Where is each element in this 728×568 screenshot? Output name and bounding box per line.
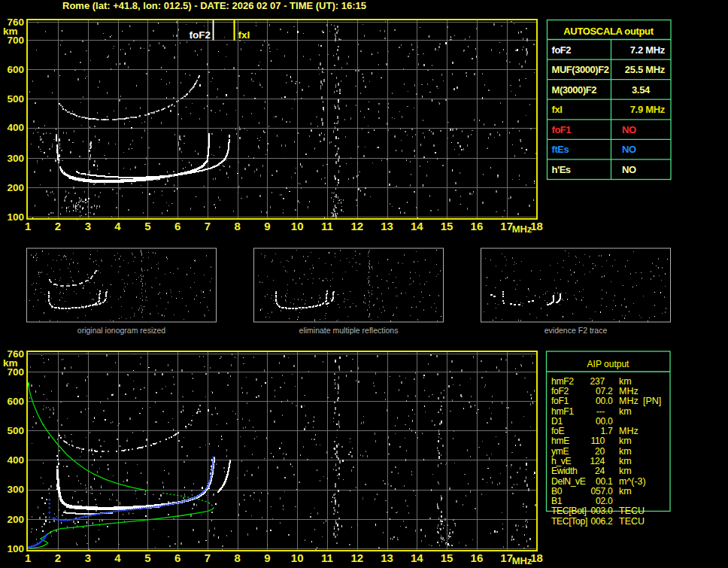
svg-text:NO: NO: [622, 124, 636, 135]
svg-text:6: 6: [174, 220, 180, 232]
svg-text:foF2: foF2: [551, 386, 569, 396]
svg-text:15: 15: [441, 551, 453, 564]
svg-text:2: 2: [55, 551, 61, 564]
svg-text:3.54: 3.54: [632, 84, 651, 96]
svg-text:km: km: [619, 486, 632, 497]
svg-text:B0: B0: [551, 486, 563, 497]
svg-text:AIP output: AIP output: [587, 359, 629, 369]
svg-text:17: 17: [500, 220, 513, 232]
svg-text:TECU: TECU: [619, 506, 645, 516]
svg-text:8: 8: [235, 220, 241, 232]
svg-text:200: 200: [7, 182, 24, 193]
svg-text:057.0: 057.0: [591, 486, 614, 497]
svg-text:110: 110: [590, 436, 605, 446]
svg-text:5: 5: [144, 220, 150, 232]
svg-text:MHz: MHz: [512, 555, 532, 566]
svg-text:15: 15: [441, 220, 453, 232]
svg-text:foF2: foF2: [552, 44, 572, 56]
svg-text:14: 14: [411, 220, 423, 232]
svg-text:124: 124: [590, 456, 605, 466]
svg-text:11: 11: [321, 551, 333, 564]
svg-text:1: 1: [25, 551, 31, 564]
svg-text:18: 18: [530, 551, 543, 564]
svg-text:evidence F2 trace: evidence F2 trace: [544, 326, 608, 335]
svg-text:3: 3: [85, 551, 91, 564]
svg-text:300: 300: [7, 484, 24, 495]
svg-text:7.9 MHz: 7.9 MHz: [630, 104, 666, 115]
svg-text:TEC[Top]: TEC[Top]: [551, 516, 587, 527]
svg-text:h_vE: h_vE: [551, 456, 572, 466]
svg-text:hmE: hmE: [551, 436, 569, 446]
svg-text:km: km: [619, 436, 632, 446]
svg-text:00.0: 00.0: [596, 416, 613, 427]
svg-text:DelN_vE: DelN_vE: [551, 476, 586, 487]
svg-text:17: 17: [500, 551, 513, 564]
svg-text:16: 16: [471, 551, 484, 564]
svg-text:MHz: MHz: [619, 396, 639, 406]
svg-text:Rome (lat: +41.8, lon: 012.5): Rome (lat: +41.8, lon: 012.5) - DATE: 20…: [62, 0, 366, 11]
svg-text:11: 11: [321, 220, 333, 232]
svg-text:13: 13: [381, 551, 393, 564]
svg-text:600: 600: [7, 396, 24, 407]
svg-text:13: 13: [381, 220, 393, 232]
svg-text:km: km: [619, 446, 632, 457]
svg-text:B1: B1: [551, 496, 563, 506]
svg-text:16: 16: [471, 220, 484, 232]
svg-text:100: 100: [7, 543, 24, 554]
svg-text:2: 2: [55, 220, 61, 232]
svg-text:MUF(3000)F2: MUF(3000)F2: [552, 64, 609, 75]
svg-text:25.5 MHz: 25.5 MHz: [625, 64, 666, 75]
svg-text:ftEs: ftEs: [552, 144, 569, 155]
svg-text:10: 10: [291, 551, 304, 564]
svg-text:00.1: 00.1: [596, 476, 613, 487]
svg-text:AUTOSCALA output: AUTOSCALA output: [563, 26, 654, 37]
svg-text:km: km: [619, 376, 632, 387]
svg-text:fxI: fxI: [552, 104, 563, 115]
svg-text:18: 18: [530, 220, 543, 232]
svg-text:12: 12: [350, 551, 363, 564]
svg-text:1.7: 1.7: [600, 426, 613, 436]
svg-text:237: 237: [590, 376, 605, 387]
svg-text:foF2: foF2: [190, 29, 211, 41]
svg-text:hmF1: hmF1: [551, 406, 574, 417]
svg-text:NO: NO: [622, 164, 636, 175]
svg-text:NO: NO: [622, 144, 636, 155]
svg-text:hmF2: hmF2: [551, 376, 574, 387]
svg-text:8: 8: [235, 551, 241, 564]
svg-text:400: 400: [7, 454, 24, 466]
svg-text:MHz: MHz: [512, 223, 532, 235]
svg-text:km: km: [3, 357, 18, 369]
svg-text:500: 500: [7, 93, 24, 105]
svg-text:km: km: [3, 26, 18, 37]
svg-text:006.2: 006.2: [591, 516, 614, 527]
svg-text:MHz: MHz: [619, 386, 639, 396]
svg-text:1: 1: [25, 220, 31, 232]
svg-text:200: 200: [7, 514, 24, 525]
svg-text:MHz: MHz: [619, 426, 639, 436]
svg-text:eliminate multiple reflections: eliminate multiple reflections: [299, 326, 399, 335]
svg-text:foF1: foF1: [551, 396, 569, 406]
svg-text:400: 400: [7, 122, 24, 133]
svg-text:km: km: [619, 456, 632, 466]
svg-text:M(3000)F2: M(3000)F2: [552, 84, 597, 96]
svg-text:foE: foE: [551, 426, 564, 436]
svg-text:12: 12: [350, 220, 363, 232]
svg-text:original ionogram resized: original ionogram resized: [77, 326, 165, 335]
svg-text:---: ---: [596, 406, 605, 417]
svg-text:fxI: fxI: [238, 29, 250, 41]
svg-text:500: 500: [7, 425, 24, 436]
svg-text:TECU: TECU: [619, 516, 645, 527]
svg-text:4: 4: [114, 551, 121, 564]
svg-text:07.2: 07.2: [596, 386, 613, 396]
svg-text:300: 300: [7, 153, 24, 164]
svg-text:km: km: [619, 466, 632, 476]
svg-text:6: 6: [174, 551, 180, 564]
svg-text:h'Es: h'Es: [552, 164, 571, 175]
svg-text:20: 20: [595, 446, 605, 457]
svg-text:9: 9: [264, 551, 270, 564]
svg-text:km: km: [619, 406, 632, 417]
svg-text:24: 24: [595, 466, 605, 476]
svg-text:003.0: 003.0: [591, 506, 614, 516]
svg-text:00.0: 00.0: [596, 396, 613, 406]
svg-text:D1: D1: [551, 416, 563, 427]
